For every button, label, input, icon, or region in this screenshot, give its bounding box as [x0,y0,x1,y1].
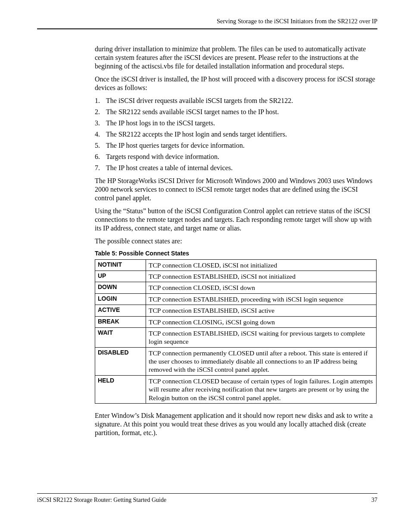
state-cell: WAIT [95,327,146,347]
list-number: 3. [95,119,100,128]
list-text: The IP host queries targets for device i… [106,142,245,149]
state-cell: LOGIN [95,293,146,305]
desc-cell: TCP connection ESTABLISHED, iSCSI not in… [146,271,377,282]
running-header: Serving Storage to the iSCSI Initiators … [37,17,377,25]
table-row: BREAK TCP connection CLOSING, iSCSI goin… [95,316,377,327]
list-text: The SR2122 accepts the IP host login and… [106,131,287,138]
table-row: DOWN TCP connection CLOSED, iSCSI down [95,282,377,293]
table-row: DISABLED TCP connection permanently CLOS… [95,347,377,375]
numbered-steps-list: 1.The iSCSI driver requests available iS… [95,96,377,172]
list-number: 4. [95,130,100,139]
paragraph: The possible connect states are: [95,237,377,246]
table-row: HELD TCP connection CLOSED because of ce… [95,375,377,403]
desc-cell: TCP connection CLOSED, iSCSI down [146,282,377,293]
table-row: UP TCP connection ESTABLISHED, iSCSI not… [95,271,377,282]
list-text: The IP host logs in to the iSCSI targets… [106,119,215,127]
paragraph: Once the iSCSI driver is installed, the … [95,75,377,92]
connect-states-table: NOTINIT TCP connection CLOSED, iSCSI not… [95,259,377,404]
paragraph: during driver installation to minimize t… [95,45,377,71]
state-cell: NOTINIT [95,259,146,271]
paragraph: Enter Window’s Disk Management applicati… [95,411,377,437]
list-text: The SR2122 sends available iSCSI target … [106,108,279,115]
list-item: 5.The IP host queries targets for device… [95,141,377,150]
list-number: 6. [95,152,100,161]
header-rule [37,28,377,29]
paragraph: Using the “Status” button of the iSCSI C… [95,207,377,233]
list-text: The IP host creates a table of internal … [106,164,233,171]
desc-cell: TCP connection CLOSED because of certain… [146,375,377,403]
page-footer: iSCSI SR2122 Storage Router: Getting Sta… [37,493,377,504]
table-row: WAIT TCP connection ESTABLISHED, iSCSI w… [95,327,377,347]
paragraph: The HP StorageWorks iSCSI Driver for Mic… [95,177,377,202]
state-cell: UP [95,271,146,282]
list-number: 7. [95,164,100,172]
table-row: LOGIN TCP connection ESTABLISHED, procee… [95,293,377,305]
state-cell: BREAK [95,316,146,327]
desc-cell: TCP connection ESTABLISHED, proceeding w… [146,293,377,305]
state-cell: ACTIVE [95,305,146,316]
footer-page-number: 37 [371,496,377,504]
list-item: 7.The IP host creates a table of interna… [95,164,377,172]
list-item: 4.The SR2122 accepts the IP host login a… [95,130,377,139]
body-text-column: during driver installation to minimize t… [95,45,377,437]
list-item: 6.Targets respond with device informatio… [95,152,377,161]
list-item: 1.The iSCSI driver requests available iS… [95,96,377,105]
list-number: 2. [95,108,100,116]
state-cell: DISABLED [95,347,146,375]
list-item: 3.The IP host logs in to the iSCSI targe… [95,119,377,128]
desc-cell: TCP connection permanently CLOSED until … [146,347,377,375]
table-row: NOTINIT TCP connection CLOSED, iSCSI not… [95,259,377,271]
desc-cell: TCP connection ESTABLISHED, iSCSI active [146,305,377,316]
page-content: Serving Storage to the iSCSI Initiators … [37,17,377,442]
list-item: 2.The SR2122 sends available iSCSI targe… [95,108,377,116]
table-caption: Table 5: Possible Connect States [95,250,377,258]
list-number: 1. [95,96,100,105]
desc-cell: TCP connection ESTABLISHED, iSCSI waitin… [146,327,377,347]
table-row: ACTIVE TCP connection ESTABLISHED, iSCSI… [95,305,377,316]
list-text: The iSCSI driver requests available iSCS… [106,97,293,104]
list-text: Targets respond with device information. [106,153,219,160]
desc-cell: TCP connection CLOSING, iSCSI going down [146,316,377,327]
desc-cell: TCP connection CLOSED, iSCSI not initial… [146,259,377,271]
list-number: 5. [95,141,100,150]
state-cell: HELD [95,375,146,403]
footer-doc-title: iSCSI SR2122 Storage Router: Getting Sta… [37,496,166,504]
state-cell: DOWN [95,282,146,293]
